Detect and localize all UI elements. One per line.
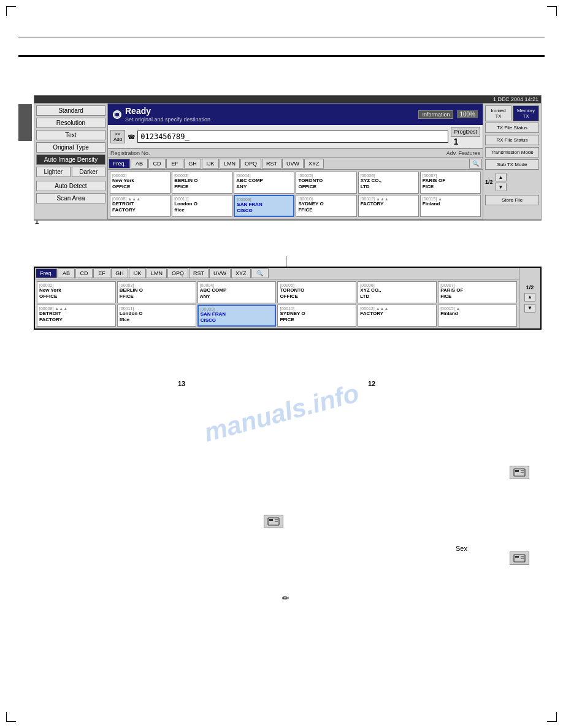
- addr-panel-tab-rst[interactable]: RST: [189, 268, 209, 278]
- addr-panel-name-3: ABC COMPANY: [200, 287, 227, 299]
- addr-name-8: London Office: [174, 201, 197, 213]
- addr-panel-tab-opq[interactable]: OPQ: [167, 268, 188, 278]
- tab-uvw[interactable]: UVW: [282, 159, 304, 169]
- ready-label: Ready: [125, 106, 212, 116]
- addr-panel-tab-ijk[interactable]: IJK: [129, 268, 146, 278]
- addr-cell-12[interactable]: [00015] ▲ Finland: [420, 195, 481, 217]
- tx-buttons: ImmedTX MemoryTX: [485, 105, 539, 121]
- store-file-button[interactable]: Store File: [485, 195, 539, 205]
- tab-ijk[interactable]: IJK: [202, 159, 219, 169]
- reg-no-11: [00012] ▲▲▲: [361, 197, 416, 201]
- fax-panel-body: Standard Resolution Text Original Type A…: [34, 104, 541, 220]
- tab-lmn[interactable]: LMN: [220, 159, 240, 169]
- addr-panel-cell-4[interactable]: [00005] TORONTOOFFICE: [277, 281, 356, 303]
- addr-panel-tab-ab[interactable]: AB: [58, 268, 75, 278]
- rx-file-status-button[interactable]: RX File Status: [485, 135, 539, 145]
- addr-panel-tab-cd[interactable]: CD: [75, 268, 93, 278]
- tab-bar: Freq. AB CD EF GH IJK LMN OPQ RST UVW XY…: [108, 158, 483, 170]
- addr-panel-cell-1[interactable]: [00002] New YorkOFFICE: [37, 281, 116, 303]
- information-button[interactable]: Information: [418, 110, 453, 119]
- addr-panel-cell-12[interactable]: [00015] ▲ Finland: [438, 305, 517, 327]
- status-bar: Ready Set original and specify destinati…: [108, 104, 483, 125]
- transmission-mode-button[interactable]: Transmission Mode: [485, 147, 539, 157]
- addr-cell-3[interactable]: [00004] ABC COMPANY: [234, 172, 294, 194]
- addr-cell-9[interactable]: [00009] SAN FRANCISCO: [234, 195, 294, 217]
- addr-panel-tab-lmn[interactable]: LMN: [147, 268, 167, 278]
- darker-button[interactable]: Darker: [72, 167, 106, 177]
- addr-panel-cell-5[interactable]: [00006] XYZ CO.,LTD: [358, 281, 437, 303]
- tab-xyz[interactable]: XYZ: [304, 159, 324, 169]
- addr-cell-4[interactable]: [00005] TORONTOOFFICE: [296, 172, 356, 194]
- add-button[interactable]: >> Add: [110, 130, 125, 143]
- addr-panel-page: 1/2: [526, 284, 534, 290]
- addr-panel-name-6: PARIS OFFICE: [440, 287, 463, 299]
- reg-no-9: [00009]: [237, 197, 291, 202]
- addr-panel-cell-8[interactable]: [00011] London Office: [117, 305, 196, 327]
- pencil-icon: ✏: [282, 593, 289, 603]
- tab-gh[interactable]: GH: [184, 159, 201, 169]
- scroll-down-button[interactable]: ▼: [496, 183, 507, 191]
- addr-cell-2[interactable]: [00003] BERLIN OFFICE: [172, 172, 232, 194]
- addr-panel-scroll-body: Freq. AB CD EF GH IJK LMN OPQ RST UVW XY…: [35, 268, 540, 328]
- resolution-button[interactable]: Resolution: [36, 118, 105, 128]
- addr-panel-cell-9[interactable]: [00009] SAN FRANCISCO: [197, 305, 277, 327]
- addr-panel-tab-gh[interactable]: GH: [111, 268, 128, 278]
- original-type-button[interactable]: Original Type: [36, 142, 105, 153]
- addr-panel-search-button[interactable]: 🔍: [251, 268, 269, 278]
- addr-panel-tab-ef[interactable]: EF: [93, 268, 110, 278]
- addr-panel-tab-freq[interactable]: Freq.: [36, 268, 57, 278]
- addr-cell-1[interactable]: [00002] New YorkOFFICE: [110, 172, 170, 194]
- fax-number-input[interactable]: 0123456789_: [137, 131, 448, 143]
- addr-panel-down-button[interactable]: ▼: [524, 304, 535, 313]
- addr-panel-reg-7: [00008] ▲▲▲: [39, 306, 113, 311]
- addr-panel-reg-8: [00011]: [120, 306, 194, 311]
- addr-panel-tab-uvw[interactable]: UVW: [209, 268, 231, 278]
- auto-image-density-button[interactable]: Auto Image Density: [36, 154, 105, 165]
- date-text: 1 DEC 2004 14:21: [493, 96, 538, 102]
- auto-detect-button[interactable]: Auto Detect: [36, 181, 105, 191]
- tab-cd[interactable]: CD: [148, 159, 166, 169]
- lighter-button[interactable]: Lighter: [36, 167, 71, 177]
- scan-area-button[interactable]: Scan Area: [36, 193, 105, 203]
- addr-cell-6[interactable]: [00007] PARIS OFFICE: [420, 172, 481, 194]
- addr-panel-cell-3[interactable]: [00004] ABC COMPANY: [197, 281, 277, 303]
- addr-panel-cell-6[interactable]: [00007] PARIS OFFICE: [438, 281, 517, 303]
- sub-tx-mode-button[interactable]: Sub TX Mode: [485, 159, 539, 170]
- addr-cell-8[interactable]: [00011] London Office: [172, 195, 232, 217]
- tx-file-status-button[interactable]: TX File Status: [485, 123, 539, 133]
- addr-panel-cell-2[interactable]: [00003] BERLIN OFFICE: [117, 281, 196, 303]
- addr-cell-10[interactable]: [00010] SYDNEY OFFICE: [296, 195, 356, 217]
- addr-panel-up-button[interactable]: ▲: [524, 293, 535, 301]
- memory-tx-button[interactable]: MemoryTX: [513, 105, 539, 121]
- tab-opq[interactable]: OPQ: [240, 159, 261, 169]
- reg-no-2: [00003]: [174, 173, 230, 178]
- addr-panel-name-11: FACTORY: [360, 311, 383, 316]
- tab-rst[interactable]: RST: [262, 159, 282, 169]
- reg-no-6: [00007]: [423, 173, 478, 178]
- tab-ab[interactable]: AB: [131, 159, 148, 169]
- prog-dest-button[interactable]: ProgDest: [451, 127, 480, 137]
- tab-freq[interactable]: Freq.: [109, 159, 130, 169]
- addr-panel-reg-10: [00010]: [280, 306, 354, 311]
- search-button[interactable]: 🔍: [469, 159, 482, 169]
- immed-tx-button[interactable]: ImmedTX: [485, 105, 511, 121]
- corner-br: [547, 712, 557, 722]
- addr-panel-cell-10[interactable]: [00010] SYDNEY OFFICE: [277, 305, 356, 327]
- addr-name-9: SAN FRANCISCO: [237, 202, 262, 213]
- addr-panel-tab-xyz[interactable]: XYZ: [231, 268, 251, 278]
- addr-panel-reg-4: [00005]: [280, 283, 354, 287]
- addr-cell-5[interactable]: [00006] XYZ CO.,LTD: [358, 172, 419, 194]
- text-button[interactable]: Text: [36, 130, 105, 140]
- addr-panel-cell-11[interactable]: [00012] ▲▲▲ FACTORY: [358, 305, 437, 327]
- addr-cell-7[interactable]: [00008] ▲▲▲ DETROITFACTORY: [110, 195, 170, 217]
- addr-cell-11[interactable]: [00012] ▲▲▲ FACTORY: [358, 195, 419, 217]
- callout-12: 12: [368, 380, 375, 387]
- addr-panel-cell-7[interactable]: [00008] ▲▲▲ DETROITFACTORY: [37, 305, 116, 327]
- addr-panel-reg-3: [00004]: [200, 283, 274, 287]
- addr-name-10: SYDNEY OFFICE: [298, 201, 323, 213]
- standard-button[interactable]: Standard: [36, 105, 105, 116]
- addr-panel-reg-2: [00003]: [120, 283, 194, 287]
- addr-panel: Freq. AB CD EF GH IJK LMN OPQ RST UVW XY…: [34, 267, 542, 330]
- scroll-up-button[interactable]: ▲: [496, 173, 507, 181]
- tab-ef[interactable]: EF: [166, 159, 183, 169]
